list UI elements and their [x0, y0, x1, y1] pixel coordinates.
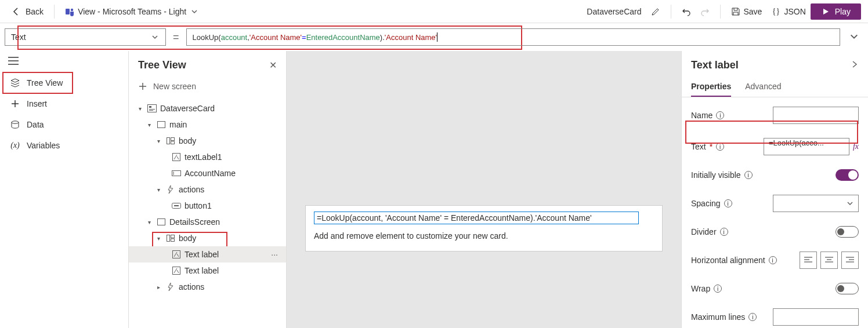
formula-expand-button[interactable] [845, 32, 863, 43]
tree-node-textlabel2[interactable]: Text label [129, 263, 286, 279]
formula-input[interactable]: LookUp(account, 'Account Name' = Entered… [186, 28, 840, 46]
svg-rect-20 [173, 267, 180, 275]
chevron-down-icon: ▾ [145, 122, 153, 128]
actions-icon [166, 185, 175, 194]
canvas-area[interactable]: =LookUp(account, 'Account Name' = Entere… [287, 51, 681, 328]
visible-toggle[interactable] [836, 169, 859, 181]
save-icon [731, 7, 740, 16]
maxlines-input[interactable] [773, 308, 859, 326]
undo-button[interactable] [677, 7, 696, 16]
tree-node-root[interactable]: ▾ DataverseCard [129, 100, 286, 116]
info-icon[interactable]: i [716, 143, 724, 151]
info-icon[interactable]: i [744, 171, 753, 179]
selected-element[interactable]: =LookUp(account, 'Account Name' = Entere… [314, 212, 639, 224]
save-button[interactable]: Save [726, 7, 767, 16]
svg-rect-8 [167, 138, 170, 144]
new-screen-button[interactable]: New screen [129, 77, 286, 98]
nav-label: Variables [27, 141, 60, 150]
close-panel-button[interactable]: ✕ [269, 60, 277, 71]
nav-tree-view[interactable]: Tree View [0, 72, 128, 93]
tree-node-textlabel1[interactable]: textLabel1 [129, 149, 286, 165]
chevron-down-icon: ▾ [154, 235, 162, 242]
svg-rect-15 [158, 219, 165, 225]
chevron-down-icon: ▾ [154, 187, 162, 193]
prop-row-spacing: Spacingi [691, 188, 859, 219]
nav-variables[interactable]: (x) Variables [0, 135, 128, 156]
toolbar-divider [720, 5, 721, 19]
align-center-button[interactable] [820, 252, 838, 269]
prop-row-divider: Divideri [691, 219, 859, 245]
tree-node-actions2[interactable]: ▸ actions [129, 279, 286, 295]
tree-node-body2[interactable]: ▾ body [129, 230, 286, 246]
json-button[interactable]: {} JSON [766, 7, 810, 16]
tree-node-button1[interactable]: button1 [129, 198, 286, 214]
button-icon [172, 201, 181, 210]
rename-button[interactable] [646, 7, 665, 16]
spacing-dropdown[interactable] [773, 195, 859, 212]
card-surface[interactable]: =LookUp(account, 'Account Name' = Entere… [305, 205, 663, 252]
undo-icon [682, 7, 691, 16]
pencil-icon [651, 7, 660, 16]
align-left-button[interactable] [800, 252, 817, 269]
nav-insert[interactable]: Insert [0, 93, 128, 114]
svg-rect-19 [173, 251, 180, 258]
play-icon [821, 7, 830, 16]
chevron-down-icon [190, 7, 199, 16]
node-more-button[interactable]: ··· [266, 250, 283, 259]
actions-icon [166, 282, 175, 291]
play-button[interactable]: Play [811, 3, 861, 20]
tree-node-accountname[interactable]: AccountName [129, 165, 286, 181]
tab-advanced[interactable]: Advanced [745, 76, 781, 97]
tree-view-panel: Tree View ✕ New screen ▾ DataverseCard ▾… [129, 51, 287, 328]
svg-point-1 [71, 8, 73, 10]
nav-data[interactable]: Data [0, 114, 128, 135]
property-selector[interactable]: Text [5, 28, 166, 46]
info-icon[interactable]: i [724, 199, 732, 207]
formula-bar: Text = LookUp(account, 'Account Name' = … [0, 23, 868, 51]
back-button[interactable]: Back [7, 7, 48, 16]
tree-node-actions[interactable]: ▾ actions [129, 181, 286, 198]
top-toolbar: Back View - Microsoft Teams - Light Data… [0, 0, 868, 23]
info-icon[interactable]: i [769, 256, 777, 264]
text-value-input[interactable]: =LookUp(acco... [764, 138, 849, 155]
svg-rect-7 [158, 122, 165, 128]
chevron-down-icon: ▾ [136, 105, 144, 112]
tree-node-main[interactable]: ▾ main [129, 116, 286, 133]
tree-node-detailsscreen[interactable]: ▾ DetailsScreen [129, 214, 286, 230]
divider-toggle[interactable] [836, 226, 859, 238]
chevron-right-icon: ▸ [154, 284, 162, 290]
screen-icon [157, 217, 166, 227]
info-icon[interactable]: i [748, 313, 757, 321]
chevron-down-icon: ▾ [145, 219, 153, 225]
fx-button[interactable]: fx [853, 142, 859, 151]
play-label: Play [835, 7, 851, 16]
new-screen-label: New screen [153, 82, 196, 91]
tree-node-body[interactable]: ▾ body [129, 133, 286, 149]
json-label: JSON [784, 7, 805, 16]
layers-icon [10, 78, 20, 88]
view-theme-dropdown[interactable]: View - Microsoft Teams - Light [60, 7, 204, 16]
tab-properties[interactable]: Properties [691, 76, 731, 97]
name-input[interactable] [773, 107, 859, 124]
braces-icon: {} [771, 7, 780, 16]
info-icon[interactable]: i [720, 228, 728, 236]
svg-rect-6 [149, 110, 153, 111]
redo-icon [700, 7, 710, 16]
textlabel-icon [172, 266, 181, 275]
info-icon[interactable]: i [716, 111, 724, 119]
equals-sign: = [171, 31, 182, 43]
prop-row-text: Text*i =LookUp(acco... fx [691, 131, 859, 162]
wrap-toggle[interactable] [836, 283, 859, 294]
chevron-right-icon[interactable] [851, 60, 859, 70]
toolbar-divider [671, 5, 671, 19]
prop-row-wrap: Wrapi [691, 276, 859, 301]
svg-rect-5 [149, 109, 155, 110]
hamburger-button[interactable] [0, 51, 128, 72]
info-icon[interactable]: i [714, 285, 722, 293]
redo-button[interactable] [696, 7, 714, 16]
back-label: Back [26, 7, 44, 16]
nav-label: Tree View [27, 78, 63, 88]
align-right-button[interactable] [841, 252, 859, 269]
tree-node-textlabel-selected[interactable]: Text label ··· [129, 246, 286, 263]
card-help-text: Add and remove element to customize your… [314, 231, 654, 240]
